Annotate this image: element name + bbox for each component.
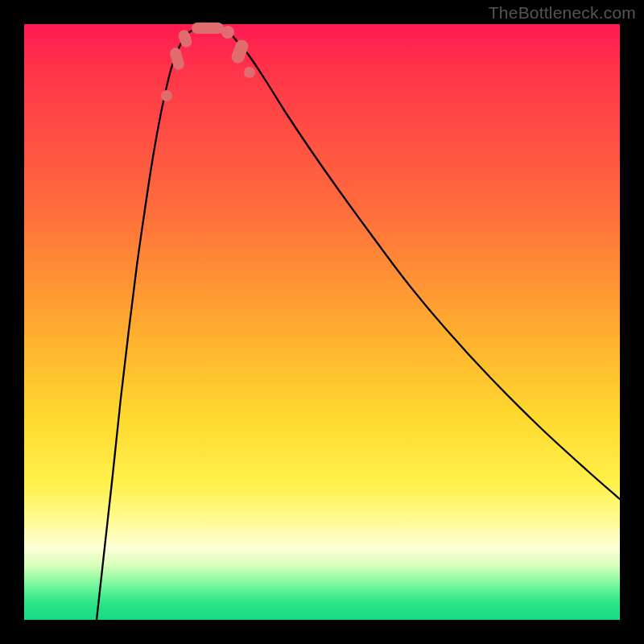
plot-area — [24, 24, 620, 620]
chart-svg — [24, 24, 620, 620]
watermark-text: TheBottleneck.com — [489, 3, 636, 23]
marker-layer — [161, 23, 255, 101]
curve-right-curve — [229, 32, 620, 499]
data-marker — [221, 26, 234, 39]
data-marker — [244, 67, 255, 78]
chart-frame: TheBottleneck.com — [0, 0, 644, 644]
curve-layer — [97, 25, 620, 620]
data-marker — [161, 90, 172, 101]
data-marker — [192, 23, 224, 34]
data-marker — [229, 38, 250, 65]
curve-left-curve — [97, 32, 189, 620]
